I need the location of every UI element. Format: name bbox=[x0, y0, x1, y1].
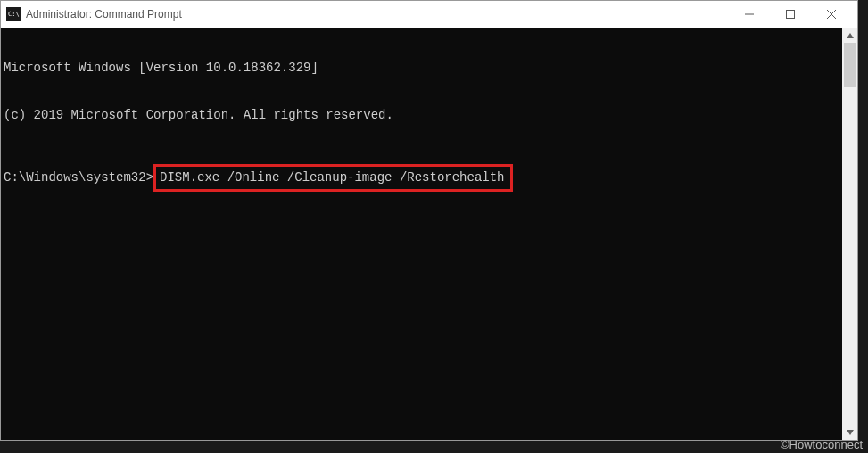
cmd-icon: C:\ bbox=[6, 7, 21, 21]
terminal-output-line: (c) 2019 Microsoft Corporation. All righ… bbox=[4, 108, 839, 124]
titlebar[interactable]: C:\ Administrator: Command Prompt bbox=[1, 1, 857, 28]
scrollbar-thumb[interactable] bbox=[844, 43, 856, 87]
terminal[interactable]: Microsoft Windows [Version 10.0.18362.32… bbox=[1, 28, 842, 440]
watermark: ©Howtoconnect bbox=[781, 438, 863, 451]
prompt-line: C:\Windows\system32>DISM.exe /Online /Cl… bbox=[4, 164, 839, 192]
svg-rect-3 bbox=[787, 11, 795, 19]
command-highlight: DISM.exe /Online /Cleanup-image /Restore… bbox=[153, 164, 512, 192]
svg-text:C:\: C:\ bbox=[8, 11, 20, 18]
prompt-prefix: C:\Windows\system32> bbox=[4, 170, 153, 186]
vertical-scrollbar[interactable] bbox=[842, 28, 857, 440]
svg-marker-6 bbox=[847, 33, 854, 38]
terminal-output-line: Microsoft Windows [Version 10.0.18362.32… bbox=[4, 61, 839, 77]
maximize-button[interactable] bbox=[770, 1, 811, 28]
svg-marker-7 bbox=[847, 430, 854, 435]
terminal-area: Microsoft Windows [Version 10.0.18362.32… bbox=[1, 28, 857, 440]
window-controls bbox=[729, 1, 852, 28]
minimize-button[interactable] bbox=[729, 1, 770, 28]
command-text: DISM.exe /Online /Cleanup-image /Restore… bbox=[160, 170, 504, 185]
scrollbar-up-button[interactable] bbox=[842, 28, 857, 43]
close-button[interactable] bbox=[811, 1, 852, 28]
window-title: Administrator: Command Prompt bbox=[26, 8, 729, 21]
command-prompt-window: C:\ Administrator: Command Prompt Micros… bbox=[0, 0, 858, 441]
